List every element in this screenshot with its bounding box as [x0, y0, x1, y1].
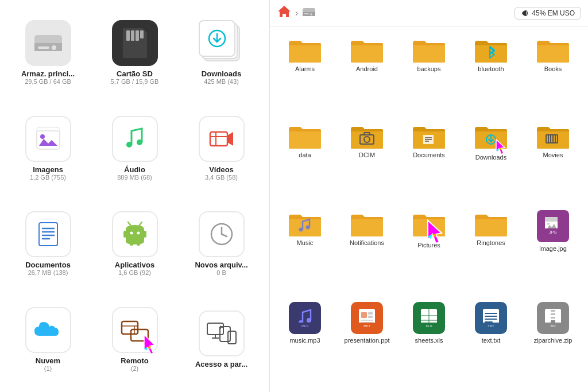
left-panel: Armaz. princi... 29,5 GB / 64 GB Cartão … [0, 0, 270, 392]
apps-icon-box [112, 211, 158, 257]
svg-marker-69 [428, 220, 442, 243]
folder-alarms[interactable]: Alarms [274, 32, 335, 117]
txt-icon-box: TXT [475, 302, 507, 334]
svg-marker-45 [278, 6, 291, 17]
audio-item[interactable]: Áudio 889 MB (68) [92, 102, 177, 195]
folder-music[interactable]: Music [274, 205, 335, 296]
folder-data[interactable]: data [274, 118, 335, 205]
videos-icon [208, 125, 235, 153]
remote-item[interactable]: Remoto (2) [92, 293, 177, 386]
images-name: Imagens [33, 165, 63, 174]
svg-rect-33 [122, 321, 138, 334]
access-icon-box [199, 311, 245, 356]
svg-line-32 [222, 234, 227, 236]
downloads-name: Downloads [202, 69, 241, 78]
breadcrumb-home-icon[interactable] [277, 5, 292, 22]
txt-file-icon: TXT [481, 308, 501, 328]
zip-file-icon: ZIP [543, 308, 563, 328]
folder-documents[interactable]: Documents [399, 118, 459, 205]
folder-documents-label: Documents [413, 151, 445, 159]
folder-pictures[interactable]: Pictures [399, 205, 459, 296]
file-zip[interactable]: ZIP ziparchive.zip [523, 297, 583, 388]
folder-books[interactable]: Books [523, 32, 583, 117]
svg-rect-49 [304, 13, 309, 14]
folder-data-icon [288, 122, 322, 151]
folder-backups[interactable]: backups [399, 32, 459, 117]
svg-rect-84 [368, 316, 373, 318]
folder-ringtones[interactable]: Ringtones [461, 205, 521, 296]
downloads-item[interactable]: Downloads 425 MB (43) [179, 6, 264, 99]
remote-name: Remoto [121, 356, 148, 365]
file-ppt[interactable]: PPT presentation.ppt [336, 297, 397, 388]
folder-ringtones-icon [474, 210, 508, 239]
folder-bluetooth[interactable]: bluetooth [461, 32, 521, 117]
cursor-on-pictures [425, 219, 451, 247]
folder-documents-icon [412, 122, 446, 151]
xls-file-icon: XLS [419, 308, 439, 328]
cloud-item[interactable]: Nuvem (1) [6, 293, 90, 386]
folder-pictures-wrapper [412, 210, 446, 241]
svg-rect-83 [368, 312, 373, 315]
sd-card-item[interactable]: Cartão SD 5,7 GB / 15,9 GB [92, 6, 177, 99]
file-image-jpg-label: image.jpg [539, 244, 567, 253]
remote-info: (2) [131, 365, 138, 372]
storage-badge: 45% EM USO [514, 7, 581, 20]
images-item[interactable]: Imagens 1,2 GB (755) [6, 102, 90, 195]
svg-point-15 [137, 139, 142, 145]
svg-rect-105 [551, 313, 555, 315]
documents-icon [34, 220, 62, 248]
svg-rect-104 [551, 310, 555, 312]
folder-ringtones-label: Ringtones [477, 239, 505, 247]
file-txt[interactable]: TXT text.txt [461, 297, 521, 388]
folder-music-icon [288, 210, 322, 239]
videos-item[interactable]: Vídeos 3,4 GB (58) [179, 102, 264, 195]
file-zip-label: ziparchive.zip [534, 336, 572, 344]
folder-movies-icon [536, 122, 570, 151]
access-icon [206, 321, 237, 346]
folder-android-icon [350, 36, 384, 65]
documents-icon-box [25, 211, 71, 257]
cursor-on-downloads [494, 138, 510, 157]
main-storage-item[interactable]: Armaz. princi... 29,5 GB / 64 GB [6, 6, 90, 99]
folder-dcim[interactable]: DCIM [336, 118, 397, 205]
recent-icon-box [199, 211, 245, 257]
folder-music-label: Music [297, 239, 314, 247]
xls-icon-box: XLS [413, 302, 445, 334]
recent-item[interactable]: Novos arquiv... 0 B [179, 197, 264, 291]
folder-movies[interactable]: Movies [523, 118, 583, 205]
folder-android[interactable]: Android [336, 32, 397, 117]
file-music-mp3[interactable]: MP3 music.mp3 [274, 297, 335, 388]
images-icon [34, 125, 62, 153]
svg-rect-40 [207, 323, 223, 335]
documents-item[interactable]: Documentos 26,7 MB (138) [6, 197, 90, 291]
folder-notifications[interactable]: Notifications [336, 205, 397, 296]
svg-text:TXT: TXT [488, 324, 494, 328]
file-image-jpg[interactable]: JPG image.jpg [523, 205, 583, 296]
svg-text:PPT: PPT [363, 324, 370, 328]
svg-point-67 [299, 228, 303, 232]
recent-name: Novos arquiv... [195, 261, 247, 269]
remote-icon-box [112, 307, 158, 353]
download-icon [208, 29, 226, 48]
apps-item[interactable]: Aplicativos 1,6 GB (92) [92, 197, 177, 291]
file-mp3-label: music.mp3 [289, 336, 320, 344]
folder-bluetooth-icon [474, 36, 508, 65]
downloads-info: 425 MB (43) [204, 78, 239, 85]
svg-marker-59 [496, 139, 505, 154]
folder-downloads[interactable]: Downloads [461, 118, 521, 205]
cursor-overlay [142, 333, 163, 356]
svg-rect-107 [551, 320, 555, 323]
folder-notifications-label: Notifications [350, 239, 384, 247]
folder-alarms-label: Alarms [295, 65, 315, 73]
images-icon-box [25, 116, 71, 162]
svg-rect-6 [136, 30, 139, 41]
folder-backups-icon [412, 36, 446, 65]
svg-text:ZIP: ZIP [550, 324, 555, 328]
android-icon [121, 220, 149, 248]
access-item[interactable]: Acesso a par... [179, 293, 264, 386]
file-xls[interactable]: XLS sheets.xls [399, 297, 459, 388]
downloads-icon-box [199, 20, 245, 66]
videos-icon-box [199, 116, 245, 162]
jpg-file-icon: JPG [543, 216, 563, 236]
right-header: › 45% EM USO [270, 0, 588, 27]
